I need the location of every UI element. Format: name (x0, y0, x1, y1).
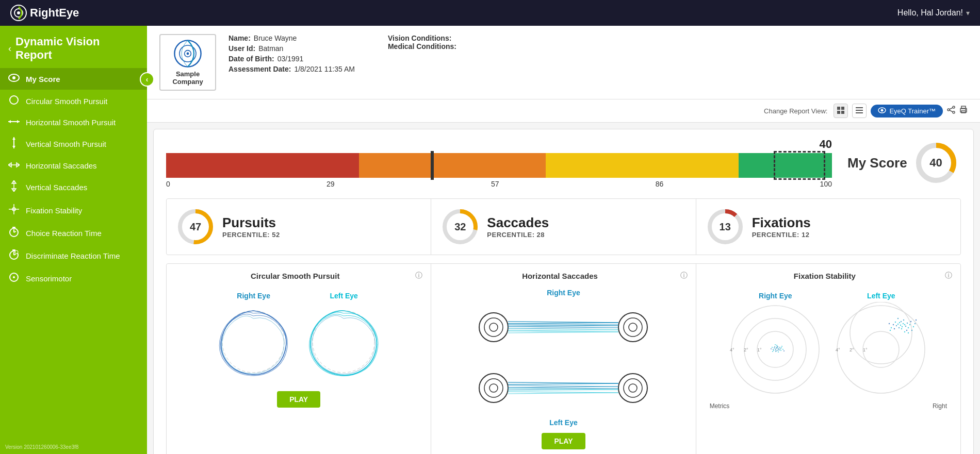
greeting-text: Hello, Hal Jordan! (897, 8, 963, 18)
svg-point-161 (891, 327, 892, 328)
csp-play-button[interactable]: PLAY (277, 391, 320, 408)
sidebar-nav: My Score Circular Smooth Pursuit Horizon… (0, 68, 147, 295)
eyeq-trainer-label: EyeQ Trainer™ (889, 107, 936, 115)
info-icon-csp[interactable]: ⓘ (415, 271, 422, 280)
saccades-percentile: PERCENTILE: 28 (487, 231, 685, 239)
fs-right-eye-col: Right Eye 4° 2° 1° (728, 292, 823, 397)
sidebar-item-vertical-saccades[interactable]: Vertical Saccades (0, 175, 147, 199)
company-logo-svg (170, 39, 206, 68)
sidebar-item-sensorimotor[interactable]: Sensorimotor (0, 267, 147, 290)
svg-rect-37 (841, 107, 844, 110)
list-view-button[interactable] (852, 104, 867, 118)
sidebar-item-my-score[interactable]: My Score (0, 68, 147, 90)
main-layout: ‹ Dynamic Vision Report ‹ My Score Circu… (0, 26, 980, 454)
fs-left-eye-col: Left Eye 4° 2° 1° (834, 292, 929, 397)
sidebar-item-fixation-stability[interactable]: Fixation Stability (0, 199, 147, 222)
svg-rect-24 (12, 227, 15, 228)
svg-point-144 (904, 324, 905, 325)
svg-text:1°: 1° (757, 347, 762, 352)
svg-point-111 (778, 348, 779, 349)
svg-point-145 (897, 324, 899, 325)
saccade-v-icon (8, 180, 20, 194)
name-value: Bruce Wayne (254, 34, 297, 42)
fixations-name: Fixations (752, 215, 950, 231)
sidebar-item-horizontal-smooth-pursuit[interactable]: Horizontal Smooth Pursuit (0, 112, 147, 132)
eyeq-icon (878, 107, 886, 115)
svg-point-143 (902, 326, 903, 327)
svg-point-122 (776, 345, 777, 346)
company-logo-box: Sample Company (159, 34, 216, 91)
svg-point-150 (896, 325, 897, 326)
svg-line-95 (508, 383, 618, 384)
pursuits-name: Pursuits (222, 215, 420, 231)
svg-point-158 (906, 330, 907, 331)
svg-text:2°: 2° (850, 347, 854, 352)
user-greeting[interactable]: Hello, Hal Jordan! ▾ (897, 8, 970, 18)
fixations-donut: 13 (707, 208, 744, 245)
sidebar-title: Dynamic Vision Report (15, 35, 139, 62)
sidebar-item-label: Fixation Stability (26, 206, 82, 215)
eye-icon (8, 73, 20, 85)
svg-point-112 (774, 346, 775, 347)
csp-left-eye-svg (304, 302, 384, 382)
svg-point-86 (624, 379, 642, 397)
share-button[interactable] (947, 106, 955, 116)
change-report-label: Change Report View: (764, 107, 827, 115)
svg-marker-11 (12, 146, 15, 148)
bar-segment-red (166, 153, 359, 178)
eyeq-trainer-button[interactable]: EyeQ Trainer™ (871, 105, 943, 117)
logo-area: RightEye (10, 5, 79, 21)
svg-point-128 (775, 344, 776, 345)
bar-label-57: 57 (491, 180, 499, 188)
sidebar-item-discriminate-reaction-time[interactable]: Discriminate Reaction Time (0, 244, 147, 267)
print-button[interactable] (959, 106, 968, 116)
score-donut-value: 40 (929, 156, 942, 170)
hs-left-eye-section: Left Eye (442, 360, 685, 427)
company-name-label: Sample Company (165, 70, 211, 86)
fs-left-svg: 4° 2° 1° (834, 302, 929, 397)
svg-point-151 (903, 320, 904, 321)
fs-title: Fixation Stability (705, 272, 945, 280)
dob-value: 03/1991 (277, 55, 304, 63)
viz-card-fixation-stability: Fixation Stability ⓘ Right Eye (696, 264, 960, 454)
svg-point-133 (783, 350, 785, 351)
sidebar-collapse-button[interactable]: ‹ (140, 72, 154, 87)
svg-point-146 (901, 321, 902, 322)
info-icon-fs[interactable]: ⓘ (945, 271, 952, 280)
userid-value: Batman (258, 44, 283, 53)
fixations-info: Fixations PERCENTILE: 12 (752, 215, 950, 239)
svg-point-35 (187, 53, 189, 55)
sidebar-item-circular-smooth-pursuit[interactable]: Circular Smooth Pursuit (0, 90, 147, 112)
svg-point-120 (773, 349, 774, 350)
svg-point-44 (881, 109, 884, 111)
sidebar-item-horizontal-saccades[interactable]: Horizontal Saccades (0, 156, 147, 175)
back-arrow-icon[interactable]: ‹ (8, 43, 11, 54)
csp-right-eye-svg (214, 302, 293, 382)
grid-icon (837, 107, 844, 115)
svg-marker-7 (8, 120, 11, 123)
sidebar-item-label: My Score (26, 75, 60, 83)
sidebar-item-vertical-smooth-pursuit[interactable]: Vertical Smooth Pursuit (0, 132, 147, 156)
chevron-down-icon: ▾ (966, 9, 970, 17)
hs-play-button[interactable]: PLAY (542, 433, 585, 449)
info-icon-hs[interactable]: ⓘ (680, 271, 688, 280)
sidebar-item-label: Choice Reaction Time (26, 229, 102, 238)
logo-icon (10, 5, 27, 21)
svg-point-159 (893, 324, 894, 325)
svg-rect-39 (841, 111, 844, 114)
csp-left-eye-label: Left Eye (330, 292, 357, 300)
svg-point-5 (10, 96, 18, 104)
sidebar-item-label: Sensorimotor (26, 274, 72, 283)
svg-point-140 (900, 325, 901, 326)
saccades-score: 32 (454, 221, 466, 233)
svg-point-165 (914, 323, 916, 324)
svg-point-148 (899, 327, 900, 328)
sidebar-item-choice-reaction-time[interactable]: Choice Reaction Time (0, 222, 147, 244)
viz-card-horizontal-saccades: Horizontal Saccades ⓘ Right Eye (431, 264, 695, 454)
bar-segment-yellow (546, 153, 739, 178)
viz-card-circular-smooth-pursuit: Circular Smooth Pursuit ⓘ Right Eye (167, 264, 431, 454)
viz-card-header-hs: Horizontal Saccades ⓘ (439, 271, 687, 280)
score-bar-container: 40 0 29 57 86 100 (166, 138, 832, 188)
grid-view-button[interactable] (834, 104, 848, 118)
svg-point-45 (953, 106, 955, 108)
